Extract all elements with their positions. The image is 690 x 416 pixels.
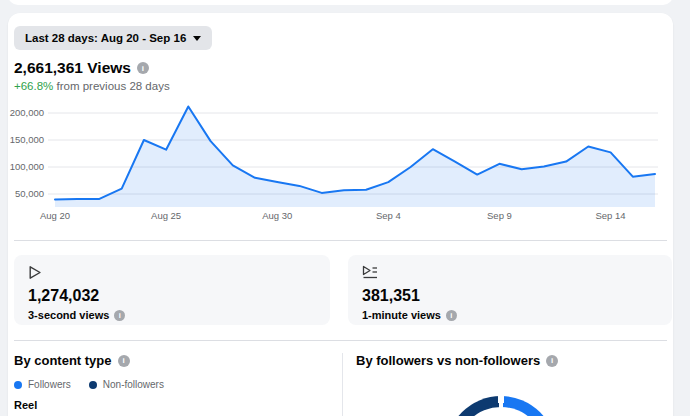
divider [14,340,667,341]
by-followers-section: By followers vs non-followers [356,348,672,416]
info-icon[interactable] [114,310,125,321]
info-icon[interactable] [446,310,457,321]
views-total-unit: Views [87,59,131,76]
date-range-label: Last 28 days: Aug 20 - Sep 16 [25,32,186,44]
views-area-chart[interactable]: 200,000150,000100,00050,000Aug 20Aug 25A… [8,98,668,226]
metric-value: 1,274,032 [28,287,316,305]
info-icon[interactable] [546,355,558,367]
legend-item-non-followers: Non-followers [89,379,164,390]
chevron-down-icon [193,36,201,41]
info-icon[interactable] [118,355,130,367]
play-outline-icon [28,265,43,280]
svg-text:Sep 4: Sep 4 [376,210,401,221]
followers-donut-chart[interactable] [446,396,556,416]
date-range-dropdown[interactable]: Last 28 days: Aug 20 - Sep 16 [14,26,212,50]
followers-dot-icon [14,381,22,389]
svg-text:50,000: 50,000 [15,188,44,199]
section-title: By content type [14,353,112,368]
svg-text:150,000: 150,000 [10,134,44,145]
metric-label: 3-second views [28,309,109,321]
views-total: 2,661,361 Views [14,59,131,77]
vertical-divider [342,353,343,416]
info-icon[interactable] [137,62,149,74]
metric-value: 381,351 [362,287,658,305]
svg-text:Aug 20: Aug 20 [40,210,70,221]
metric-label: 1-minute views [362,309,441,321]
previous-card-bottom [8,0,673,5]
legend-label: Non-followers [103,379,164,390]
views-change-percent: +66.8% [14,80,53,92]
svg-text:100,000: 100,000 [10,161,44,172]
svg-text:Aug 30: Aug 30 [262,210,292,221]
play-list-icon [362,265,378,280]
legend-label: Followers [28,379,71,390]
views-change-caption: from previous 28 days [53,80,169,92]
svg-text:200,000: 200,000 [10,107,44,118]
one-minute-views-card[interactable]: 381,351 1-minute views [348,255,672,325]
svg-text:Aug 25: Aug 25 [151,210,181,221]
content-type-row-label: Reel [14,399,330,411]
divider [14,240,667,241]
insights-card: Last 28 days: Aug 20 - Sep 16 2,661,361 … [8,13,673,416]
legend-item-followers: Followers [14,379,71,390]
views-total-value: 2,661,361 [14,59,83,76]
three-second-views-card[interactable]: 1,274,032 3-second views [14,255,330,325]
legend: Followers Non-followers [14,379,330,390]
svg-text:Sep 9: Sep 9 [487,210,512,221]
views-chart-svg: 200,000150,000100,00050,000Aug 20Aug 25A… [8,98,668,226]
by-content-type-section: By content type Followers Non-followers … [14,348,330,416]
section-title: By followers vs non-followers [356,353,540,368]
views-change: +66.8% from previous 28 days [14,80,170,92]
views-summary: 2,661,361 Views [14,59,149,77]
non-followers-dot-icon [89,381,97,389]
svg-text:Sep 14: Sep 14 [595,210,625,221]
